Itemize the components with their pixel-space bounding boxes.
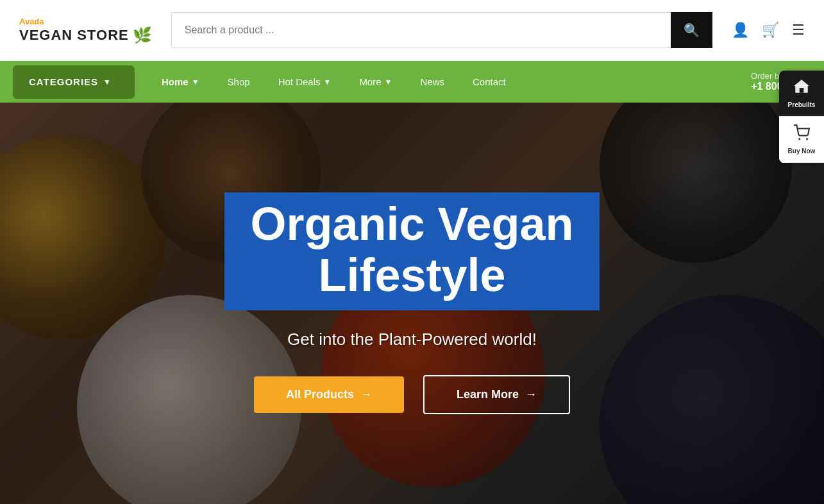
categories-button[interactable]: CATEGORIES ▼ (13, 65, 135, 99)
hero-buttons: All Products → Learn More → (254, 375, 570, 414)
nav-news-label: News (420, 76, 444, 87)
brand-name-bottom: VEGAN STORE (19, 27, 129, 44)
prebuilts-label: Prebuilts (788, 101, 816, 108)
svg-point-4 (806, 138, 808, 140)
search-icon: 🔍 (684, 22, 700, 38)
nav-contact-label: Contact (473, 76, 506, 87)
nav-more-chevron: ▼ (385, 78, 392, 87)
nav-item-shop[interactable]: Shop (214, 61, 264, 103)
hero-title-line2: Lifestyle (250, 250, 573, 301)
nav-items: Home ▼ Shop Hot Deals ▼ More ▼ News Cont… (147, 61, 751, 103)
hero-title-line1: Organic Vegan (250, 199, 573, 249)
navbar: CATEGORIES ▼ Home ▼ Shop Hot Deals ▼ Mor… (0, 61, 824, 103)
user-icon[interactable]: 👤 (732, 22, 749, 38)
learn-more-arrow-icon: → (525, 388, 537, 401)
hero-title-box: Organic Vegan Lifestyle (224, 192, 599, 310)
all-products-label: All Products (286, 388, 354, 401)
all-products-button[interactable]: All Products → (254, 376, 404, 413)
nav-hotdeals-label: Hot Deals (278, 76, 321, 87)
nav-item-contact[interactable]: Contact (458, 61, 520, 103)
learn-more-label: Learn More (457, 388, 519, 401)
nav-shop-label: Shop (228, 76, 250, 87)
leaf-icon: 🌿 (133, 26, 152, 44)
prebuilts-icon (793, 78, 810, 99)
categories-label: CATEGORIES (29, 76, 98, 87)
buynow-icon (793, 124, 810, 145)
nav-hotdeals-chevron: ▼ (323, 78, 331, 87)
nav-item-news[interactable]: News (406, 61, 458, 103)
logo-area: Avada VEGAN STORE 🌿 (19, 17, 152, 44)
menu-icon[interactable]: ☰ (792, 22, 805, 38)
all-products-arrow-icon: → (360, 388, 372, 401)
nav-more-label: More (359, 76, 381, 87)
hero-subtitle: Get into the Plant-Powered world! (287, 330, 537, 349)
search-input[interactable] (171, 12, 671, 48)
cart-icon[interactable]: 🛒 (762, 22, 779, 38)
hero-section: Organic Vegan Lifestyle Get into the Pla… (0, 103, 824, 504)
header: Avada VEGAN STORE 🌿 🔍 👤 🛒 ☰ (0, 0, 824, 61)
brand-name-top: Avada (19, 17, 152, 26)
nav-home-chevron: ▼ (192, 78, 199, 87)
svg-point-3 (798, 138, 800, 140)
prebuilts-panel: Prebuilts Buy Now (779, 71, 824, 163)
hero-content: Organic Vegan Lifestyle Get into the Pla… (0, 103, 824, 504)
prebuilts-button[interactable]: Prebuilts (779, 71, 824, 117)
categories-chevron-icon: ▼ (103, 78, 112, 87)
svg-rect-2 (800, 88, 804, 93)
header-icons: 👤 🛒 ☰ (732, 22, 805, 38)
nav-home-label: Home (162, 76, 189, 87)
svg-marker-1 (794, 80, 809, 86)
search-bar: 🔍 (171, 12, 712, 48)
nav-item-home[interactable]: Home ▼ (147, 61, 214, 103)
buynow-label: Buy Now (788, 147, 816, 155)
buynow-button[interactable]: Buy Now (779, 117, 824, 163)
logo-bottom: VEGAN STORE 🌿 (19, 26, 152, 44)
nav-item-more[interactable]: More ▼ (345, 61, 406, 103)
nav-item-hotdeals[interactable]: Hot Deals ▼ (264, 61, 346, 103)
search-button[interactable]: 🔍 (671, 12, 712, 48)
learn-more-button[interactable]: Learn More → (423, 375, 570, 414)
